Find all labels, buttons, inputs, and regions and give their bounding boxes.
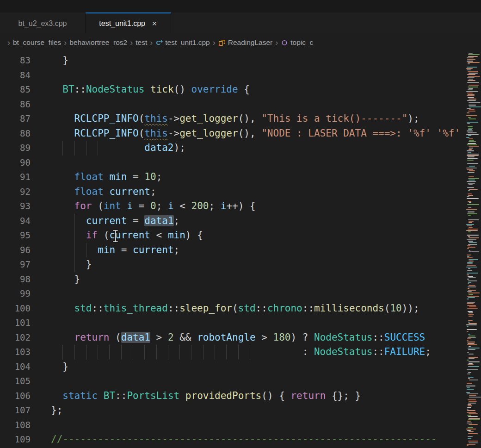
code-line[interactable]: 105 bbox=[0, 374, 465, 389]
line-number[interactable]: 91 bbox=[0, 170, 51, 185]
line-number[interactable]: 107 bbox=[0, 403, 51, 418]
line-number[interactable]: 85 bbox=[0, 82, 51, 97]
minimap-line bbox=[467, 158, 478, 159]
indent-guide bbox=[74, 243, 75, 258]
tab-close-icon[interactable]: ✕ bbox=[152, 20, 157, 27]
code-token: RCLCPP_INFO bbox=[74, 113, 139, 124]
code-token: current bbox=[86, 215, 127, 226]
code-line[interactable]: 94 current = data1; bbox=[0, 214, 465, 229]
line-number[interactable]: 89 bbox=[0, 141, 51, 156]
breadcrumb-item-test[interactable]: test bbox=[136, 38, 147, 47]
line-number[interactable]: 101 bbox=[0, 316, 51, 330]
code-token bbox=[51, 186, 74, 197]
code-token: ( bbox=[98, 230, 109, 241]
line-number[interactable]: 83 bbox=[0, 53, 51, 68]
tab-bt_u2_ex3-cpp[interactable]: bt_u2_ex3.cpp bbox=[0, 12, 86, 33]
line-number[interactable]: 92 bbox=[0, 185, 51, 199]
line-number[interactable]: 86 bbox=[0, 97, 51, 112]
code-line[interactable]: 108 bbox=[0, 418, 465, 433]
line-number[interactable]: 102 bbox=[0, 330, 51, 345]
minimap-line bbox=[466, 267, 477, 268]
minimap-line bbox=[468, 419, 480, 420]
line-number[interactable]: 109 bbox=[0, 432, 51, 447]
code-token: min bbox=[168, 230, 185, 241]
code-line[interactable]: 97 } bbox=[0, 257, 465, 272]
code-line[interactable]: 83 } bbox=[0, 53, 465, 68]
code-line[interactable]: 98 } bbox=[0, 272, 465, 287]
breadcrumb-item-topic_c[interactable]: topic_c bbox=[281, 38, 313, 47]
line-number[interactable]: 97 bbox=[0, 257, 51, 272]
line-number[interactable]: 105 bbox=[0, 374, 51, 389]
line-number[interactable]: 90 bbox=[0, 156, 51, 170]
code-token: > bbox=[150, 332, 168, 343]
code-line[interactable]: 109//-----------------------------------… bbox=[0, 432, 465, 447]
line-number[interactable]: 99 bbox=[0, 286, 51, 301]
code-line-content: }; bbox=[51, 403, 465, 418]
breadcrumb-item-bt_course_files[interactable]: bt_course_files bbox=[13, 38, 61, 47]
method-icon bbox=[281, 39, 288, 46]
minimap-line bbox=[468, 438, 471, 439]
indent-guide bbox=[250, 345, 250, 360]
line-number[interactable]: 87 bbox=[0, 112, 51, 126]
minimap-line bbox=[467, 412, 476, 413]
code-line[interactable]: 106 static BT::PortsList providedPorts()… bbox=[0, 389, 465, 404]
code-line[interactable]: 89 data2); bbox=[0, 141, 465, 156]
code-line[interactable]: 104 } bbox=[0, 360, 465, 374]
code-editor[interactable]: 83 }8485 BT::NodeStatus tick() override … bbox=[0, 52, 465, 448]
minimap-line bbox=[467, 444, 475, 445]
line-number[interactable]: 98 bbox=[0, 272, 51, 287]
code-line[interactable]: 84 bbox=[0, 68, 465, 83]
line-number[interactable]: 96 bbox=[0, 243, 51, 258]
code-line[interactable]: 103 : NodeStatus::FAILURE; bbox=[0, 345, 465, 360]
line-number[interactable]: 103 bbox=[0, 345, 51, 360]
minimap-line bbox=[467, 93, 473, 93]
code-line-content bbox=[51, 97, 465, 112]
minimap-line bbox=[468, 172, 475, 173]
line-number[interactable]: 108 bbox=[0, 418, 51, 433]
line-number[interactable]: 104 bbox=[0, 360, 51, 374]
minimap-line bbox=[469, 418, 481, 419]
code-line[interactable]: 90 bbox=[0, 156, 465, 170]
line-number[interactable]: 84 bbox=[0, 68, 51, 83]
line-number[interactable]: 94 bbox=[0, 214, 51, 229]
minimap-line bbox=[468, 337, 476, 338]
minimap-line bbox=[467, 144, 477, 145]
line-number[interactable]: 88 bbox=[0, 126, 51, 141]
minimap-line bbox=[468, 219, 479, 220]
code-token: i bbox=[168, 200, 174, 212]
code-token: tick bbox=[150, 84, 174, 95]
code-line[interactable]: 95 if (current < min) { bbox=[0, 228, 465, 243]
minimap[interactable] bbox=[465, 52, 481, 448]
code-line-content: RCLCPP_INFO(this->get_logger(), "NODE : … bbox=[51, 126, 465, 141]
line-number[interactable]: 95 bbox=[0, 228, 51, 243]
minimap-line bbox=[467, 263, 473, 264]
code-line[interactable]: 86 bbox=[0, 97, 465, 112]
minimap-line bbox=[468, 215, 471, 216]
tab-test_unit1-cpp[interactable]: test_unit1.cpp✕ bbox=[86, 12, 171, 33]
line-number[interactable]: 93 bbox=[0, 199, 51, 214]
code-token: SUCCESS bbox=[384, 332, 426, 343]
code-line[interactable]: 101 bbox=[0, 316, 465, 330]
code-line[interactable]: 96 min = current; bbox=[0, 243, 465, 258]
line-number[interactable]: 100 bbox=[0, 301, 51, 316]
code-token: for bbox=[74, 200, 92, 212]
breadcrumb-item-ReadingLaser[interactable]: ReadingLaser bbox=[218, 38, 273, 47]
breadcrumb-item-behaviortree_ros2[interactable]: behaviortree_ros2 bbox=[69, 38, 127, 47]
code-line[interactable]: 85 BT::NodeStatus tick() override { bbox=[0, 82, 465, 97]
code-line[interactable]: 87 RCLCPP_INFO(this->get_logger(), "This… bbox=[0, 112, 465, 126]
minimap-line bbox=[467, 265, 476, 266]
code-line[interactable]: 92 float current; bbox=[0, 185, 465, 199]
code-line[interactable]: 99 bbox=[0, 286, 465, 301]
code-line[interactable]: 91 float min = 10; bbox=[0, 170, 465, 185]
code-line[interactable]: 102 return (data1 > 2 && robotAngle > 18… bbox=[0, 330, 465, 345]
code-line[interactable]: 88 RCLCPP_INFO(this->get_logger(), "NODE… bbox=[0, 126, 465, 141]
code-token: FAILURE bbox=[384, 346, 426, 357]
code-line[interactable]: 93 for (int i = 0; i < 200; i++) { bbox=[0, 199, 465, 214]
code-line[interactable]: 100 std::this_thread::sleep_for(std::chr… bbox=[0, 301, 465, 316]
indent-guide bbox=[74, 257, 75, 272]
breadcrumb-item-test_unit1-cpp[interactable]: Ctest_unit1.cpp bbox=[155, 38, 210, 47]
class-icon bbox=[218, 39, 226, 46]
code-line[interactable]: 107}; bbox=[0, 403, 465, 418]
code-token: std bbox=[238, 303, 256, 314]
line-number[interactable]: 106 bbox=[0, 389, 51, 404]
